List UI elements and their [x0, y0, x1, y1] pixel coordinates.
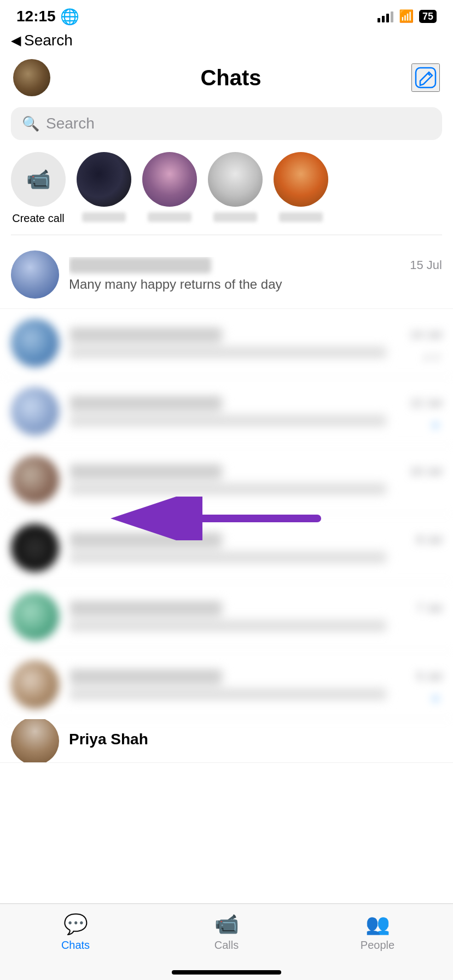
- chat-time-2: 14 Jul: [410, 328, 442, 342]
- back-arrow-icon: ◀: [11, 33, 21, 48]
- compose-button[interactable]: [411, 63, 440, 92]
- chats-icon: 💬: [63, 913, 88, 936]
- chat-avatar-4: [11, 456, 59, 504]
- chat-item-6[interactable]: 7 Jul: [0, 582, 453, 651]
- chat-item-7[interactable]: 5 Jul ●: [0, 651, 453, 719]
- wifi-icon: 📶: [399, 9, 414, 24]
- chat-avatar-6: [11, 592, 59, 640]
- chat-message-2: [69, 346, 386, 359]
- chat-time-5: 8 Jul: [417, 533, 442, 547]
- tab-calls[interactable]: 📹 Calls: [151, 913, 302, 952]
- chat-avatar-priya: [11, 719, 59, 763]
- calls-icon: 📹: [214, 913, 239, 936]
- status-icons: 📶 75: [378, 9, 437, 24]
- story-item-3[interactable]: [208, 152, 263, 222]
- chat-item-priya[interactable]: Priya Shah: [0, 719, 453, 763]
- chat-name-6: [69, 600, 222, 616]
- chat-avatar-3: [11, 387, 59, 435]
- chat-avatar-first: [11, 250, 59, 299]
- chat-name-first: [69, 257, 211, 273]
- chat-message-5: [69, 551, 386, 564]
- chat-name-7: [69, 668, 222, 685]
- read-receipt-2: ✓✓: [422, 351, 442, 365]
- video-plus-icon: 📹: [26, 168, 51, 191]
- chat-name-row-3: 12 Jul: [69, 395, 442, 411]
- chat-name-row-2: 14 Jul: [69, 326, 442, 343]
- story-item-1[interactable]: [77, 152, 131, 222]
- search-bar[interactable]: 🔍 Search: [11, 107, 442, 140]
- chat-message-6: [69, 620, 386, 633]
- chat-item-5[interactable]: 8 Jul: [0, 514, 453, 582]
- home-indicator: [172, 970, 281, 975]
- status-bar: 12:15 🌐 📶 75: [0, 0, 453, 30]
- story-avatar-4: [274, 152, 328, 207]
- chat-avatar-5: [11, 524, 59, 572]
- create-call-label: Create call: [12, 212, 65, 225]
- chat-time-first: 15 Jul: [410, 258, 442, 272]
- tab-bar: 💬 Chats 📹 Calls 👥 People: [0, 903, 453, 980]
- chat-time-3: 12 Jul: [410, 396, 442, 410]
- story-name-3: [213, 212, 257, 222]
- avatar[interactable]: [13, 59, 50, 96]
- chat-message-first: Many many happy returns of the day: [69, 277, 282, 291]
- story-avatar-2: [142, 152, 197, 207]
- chat-avatar-7: [11, 661, 59, 709]
- chat-content-first: 15 Jul Many many happy returns of the da…: [69, 257, 442, 292]
- header: Chats: [0, 54, 453, 104]
- stories-row: 📹 Create call: [0, 148, 453, 229]
- svg-rect-0: [416, 68, 435, 88]
- chat-item-first[interactable]: 15 Jul Many many happy returns of the da…: [0, 241, 453, 309]
- tab-calls-label: Calls: [214, 939, 239, 952]
- unread-badge-7: ●: [431, 690, 440, 707]
- chat-name-row-4: 10 Jul: [69, 463, 442, 480]
- chat-content-3: 12 Jul: [69, 395, 442, 428]
- chat-name-row-5: 8 Jul: [69, 532, 442, 548]
- story-name-4: [279, 212, 323, 222]
- chat-item-3[interactable]: 12 Jul ●: [0, 377, 453, 446]
- page-title: Chats: [200, 66, 261, 90]
- chat-name-priya: Priya Shah: [69, 731, 148, 748]
- time-display: 12:15: [16, 8, 56, 25]
- chat-name-row-7: 5 Jul: [69, 668, 442, 685]
- chat-time-7: 5 Jul: [417, 669, 442, 684]
- chat-time-4: 10 Jul: [410, 464, 442, 479]
- story-avatar-3: [208, 152, 263, 207]
- tab-people[interactable]: 👥 People: [302, 913, 453, 952]
- tab-chats-label: Chats: [61, 939, 90, 952]
- unread-badge-3: ●: [431, 416, 440, 433]
- chat-item-2[interactable]: 14 Jul ✓✓: [0, 309, 453, 377]
- chat-name-row-6: 7 Jul: [69, 600, 442, 616]
- tab-chats[interactable]: 💬 Chats: [0, 913, 151, 952]
- chat-name-3: [69, 395, 222, 411]
- chat-content-7: 5 Jul: [69, 668, 442, 701]
- chat-avatar-2: [11, 319, 59, 367]
- story-item-4[interactable]: [274, 152, 328, 222]
- chat-item-4[interactable]: 10 Jul: [0, 446, 453, 514]
- story-name-2: [148, 212, 191, 222]
- chat-content-6: 7 Jul: [69, 600, 442, 633]
- globe-icon: 🌐: [60, 8, 79, 26]
- tab-people-label: People: [361, 939, 394, 952]
- chat-name-4: [69, 463, 222, 480]
- chat-message-7: [69, 688, 386, 701]
- story-item-2[interactable]: [142, 152, 197, 222]
- chat-message-3: [69, 415, 386, 428]
- chat-message-4: [69, 483, 386, 496]
- search-input[interactable]: Search: [46, 115, 95, 132]
- create-call-button[interactable]: 📹: [11, 152, 66, 207]
- chat-time-6: 7 Jul: [417, 601, 442, 615]
- battery-icon: 75: [419, 10, 437, 23]
- chat-name-5: [69, 532, 222, 548]
- chat-name-2: [69, 326, 222, 343]
- search-container: 🔍 Search: [0, 104, 453, 148]
- story-name-1: [82, 212, 126, 222]
- back-nav[interactable]: ◀ Search: [0, 30, 453, 54]
- chat-content-priya: Priya Shah: [69, 731, 442, 751]
- status-time: 12:15 🌐: [16, 8, 79, 26]
- back-label: Search: [24, 32, 73, 49]
- create-call-item[interactable]: 📹 Create call: [11, 152, 66, 225]
- search-icon: 🔍: [22, 115, 39, 132]
- section-divider: [11, 235, 442, 235]
- battery-level: 75: [422, 11, 433, 22]
- chat-name-row-priya: Priya Shah: [69, 731, 442, 748]
